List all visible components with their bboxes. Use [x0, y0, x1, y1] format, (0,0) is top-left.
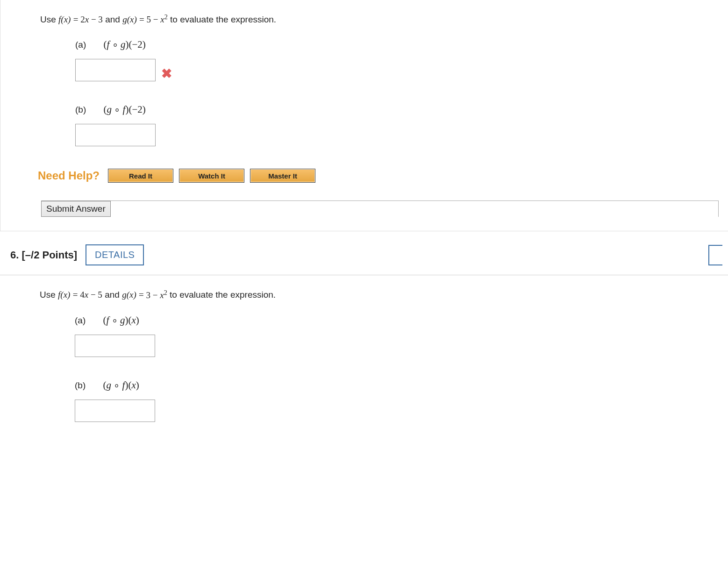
- g-lhs: g(x): [122, 14, 137, 24]
- part-b-expr: (g ∘ f)(x): [103, 379, 139, 391]
- q5-part-b: (b) (g ∘ f)(−2): [75, 104, 728, 146]
- q5-part-a: (a) (f ∘ g)(−2) ✖: [75, 39, 728, 81]
- prompt-post: to evaluate the expression.: [170, 290, 276, 300]
- g-rhs: 3 − x2: [146, 290, 167, 300]
- part-b-expr: (g ∘ f)(−2): [104, 104, 146, 115]
- question-6-header: 6. [–/2 Points] DETAILS: [0, 231, 728, 275]
- part-b-label: (b): [75, 105, 101, 115]
- f-rhs: 2x − 3: [80, 14, 103, 24]
- read-it-button[interactable]: Read It: [108, 169, 173, 183]
- f-rhs: 4x − 5: [80, 290, 102, 300]
- incorrect-icon: ✖: [161, 66, 172, 81]
- q6-parts: (a) (f ∘ g)(x) (b) (g ∘ f)(x): [40, 315, 728, 422]
- and: and: [105, 14, 122, 24]
- need-help-row: Need Help? Read It Watch It Master It: [38, 169, 728, 183]
- question-6-body: Use f(x) = 4x − 5 and g(x) = 3 − x2 to e…: [0, 275, 728, 450]
- part-a-label: (a): [75, 315, 100, 326]
- part-a-expr: (f ∘ g)(x): [103, 315, 139, 326]
- q6-prompt: Use f(x) = 4x − 5 and g(x) = 3 − x2 to e…: [40, 275, 728, 300]
- my-notes-button[interactable]: [708, 245, 722, 265]
- part-a-expr: (f ∘ g)(−2): [104, 39, 146, 50]
- eq2: =: [139, 290, 146, 300]
- watch-it-button[interactable]: Watch It: [179, 169, 244, 183]
- q6-header-left: 6. [–/2 Points] DETAILS: [10, 244, 144, 265]
- q5-a-input[interactable]: [75, 59, 156, 81]
- q6-number: 6. [–/2 Points]: [10, 249, 77, 261]
- question-5-body: Use f(x) = 2x − 3 and g(x) = 5 − x2 to e…: [0, 0, 728, 231]
- g-lhs: g(x): [122, 290, 136, 300]
- prompt-pre: Use: [40, 290, 58, 300]
- q6-b-input[interactable]: [75, 400, 155, 422]
- q5-b-input[interactable]: [75, 124, 156, 146]
- submit-wrap: Submit Answer: [41, 200, 728, 217]
- f-lhs: f(x): [58, 290, 70, 300]
- q6-part-a: (a) (f ∘ g)(x): [75, 315, 728, 357]
- g-rhs: 5 − x2: [146, 14, 167, 24]
- part-a-label: (a): [75, 40, 101, 50]
- eq2: =: [139, 14, 146, 24]
- eq1: =: [73, 14, 80, 24]
- q5-prompt: Use f(x) = 2x − 3 and g(x) = 5 − x2 to e…: [40, 0, 728, 25]
- submit-bar: Submit Answer: [41, 200, 719, 217]
- q5-parts: (a) (f ∘ g)(−2) ✖ (b) (g ∘ f)(−2): [40, 39, 728, 146]
- details-button[interactable]: DETAILS: [86, 244, 144, 265]
- need-help-label: Need Help?: [38, 169, 100, 182]
- q6-a-input[interactable]: [75, 335, 155, 357]
- q6-part-b: (b) (g ∘ f)(x): [75, 379, 728, 422]
- master-it-button[interactable]: Master It: [250, 169, 315, 183]
- submit-answer-button[interactable]: Submit Answer: [41, 201, 111, 217]
- eq1: =: [73, 290, 80, 300]
- and: and: [105, 290, 122, 300]
- f-lhs: f(x): [58, 14, 71, 24]
- prompt-post: to evaluate the expression.: [170, 14, 276, 24]
- part-b-label: (b): [75, 380, 100, 391]
- prompt-pre: Use: [40, 14, 58, 24]
